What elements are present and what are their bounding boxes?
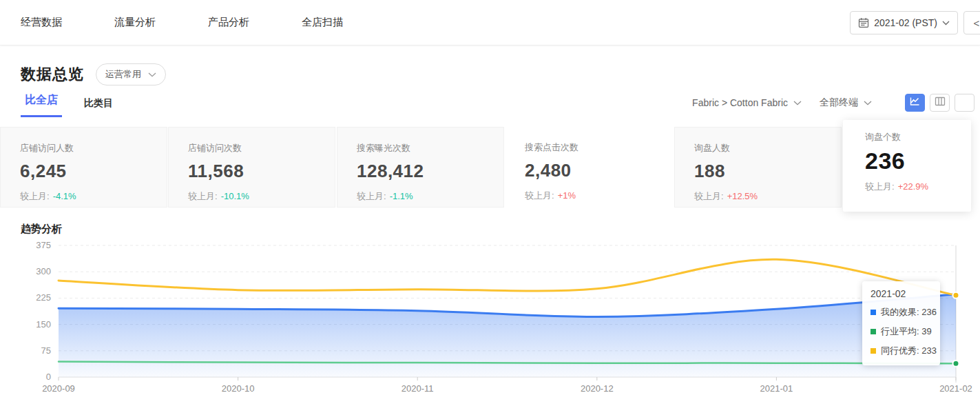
svg-text:2020-09: 2020-09 [42,383,75,394]
card-change: 较上月:-4.1% [20,190,167,203]
card-search-impressions[interactable]: 搜索曝光次数 128,412 较上月:-1.1% [337,127,504,208]
card-store-visitors[interactable]: 店铺访问人数 6,245 较上月:-4.1% [0,127,167,208]
date-picker-button[interactable]: 2021-02 (PST) [850,11,958,34]
card-value: 236 [865,148,971,174]
chevron-down-icon [148,72,156,77]
tooltip-row: 同行优秀: 233 [870,345,932,357]
trend-chart: 0751502253003752020-092020-102020-112020… [0,237,980,403]
nav-item-traffic-analysis[interactable]: 流量分析 [114,16,156,29]
tab-vs-category[interactable]: 比类目 [80,97,117,117]
card-change: 较上月:-10.1% [188,190,335,203]
card-search-clicks[interactable]: 搜索点击次数 2,480 较上月:+1% [505,127,673,208]
svg-text:0: 0 [46,372,51,382]
card-inquiry-people[interactable]: 询盘人数 188 较上月:+12.5% [674,127,842,208]
svg-text:150: 150 [36,319,51,330]
chevron-down-icon [864,101,872,105]
chevron-down-icon [942,21,950,26]
category-filter-dropdown[interactable]: Fabric > Cotton Fabric [692,97,802,108]
nav-item-business-data[interactable]: 经营数据 [21,16,62,29]
line-chart-icon [909,96,921,110]
svg-text:300: 300 [36,266,51,276]
tooltip-row: 我的效果: 236 [870,306,932,319]
svg-text:2020-10: 2020-10 [222,383,255,394]
card-value: 6,245 [20,161,167,182]
svg-text:2021-02: 2021-02 [939,383,972,394]
chevron-down-icon [793,101,802,105]
trend-chart-svg[interactable]: 0751502253003752020-092020-102020-112020… [0,237,980,403]
card-label: 询盘人数 [694,142,841,154]
table-columns-icon [935,97,946,109]
svg-text:375: 375 [36,240,51,250]
series-marker-industry [870,329,876,334]
card-change: 较上月:+1% [525,190,673,202]
card-label: 询盘个数 [865,131,971,143]
series-marker-my [870,310,876,315]
card-value: 188 [694,161,841,182]
top-nav: 经营数据 流量分析 产品分析 全店扫描 [21,16,343,29]
nav-item-product-analysis[interactable]: 产品分析 [208,16,249,29]
date-picker-label: 2021-02 (PST) [874,17,937,28]
category-filter-label: Fabric > Cotton Fabric [692,97,788,108]
series-marker-peer [870,348,876,354]
card-label: 店铺访问人数 [20,142,167,154]
card-change: 较上月:+12.5% [694,190,841,203]
svg-text:2020-12: 2020-12 [581,383,614,394]
table-view-button[interactable] [930,94,950,112]
trend-section-title: 趋势分析 [21,223,980,236]
chart-tooltip: 2021-02 我的效果: 236 行业平均: 39 同行优秀: 233 [862,281,940,365]
tooltip-row: 行业平均: 39 [870,325,932,338]
terminal-filter-label: 全部终端 [820,97,858,109]
previous-month-button[interactable]: < [963,11,980,34]
stat-cards-row: 店铺访问人数 6,245 较上月:-4.1% 店铺访问次数 11,568 较上月… [0,120,980,214]
card-store-visits[interactable]: 店铺访问次数 11,568 较上月:-10.1% [168,127,335,208]
tab-vs-whole-store[interactable]: 比全店 [21,93,62,117]
terminal-filter-dropdown[interactable]: 全部终端 [820,97,872,109]
card-change: 较上月:-1.1% [357,190,503,203]
svg-text:2021-01: 2021-01 [760,383,793,394]
card-value: 11,568 [188,161,335,182]
chevron-left-glyph: < [974,17,980,29]
tooltip-title: 2021-02 [870,288,932,299]
extra-view-button[interactable] [955,94,974,112]
svg-text:75: 75 [41,345,51,356]
card-value: 128,412 [357,161,503,182]
svg-text:2020-11: 2020-11 [402,383,434,394]
card-inquiry-count-selected[interactable]: 询盘个数 236 较上月:+22.9% [843,120,971,212]
preset-dropdown[interactable]: 运营常用 [96,63,166,85]
card-label: 搜索曝光次数 [357,142,503,154]
card-label: 店铺访问次数 [188,142,335,154]
top-bar: 经营数据 流量分析 产品分析 全店扫描 2021-02 (PST) [0,0,980,46]
svg-text:225: 225 [36,292,51,303]
card-label: 搜索点击次数 [525,141,673,154]
page-title: 数据总览 [21,64,84,85]
card-value: 2,480 [525,160,673,181]
calendar-icon [858,17,869,28]
card-change: 较上月:+22.9% [865,181,971,193]
preset-dropdown-label: 运营常用 [105,68,141,81]
chart-view-button[interactable] [905,94,925,112]
nav-item-store-scan[interactable]: 全店扫描 [302,16,343,29]
